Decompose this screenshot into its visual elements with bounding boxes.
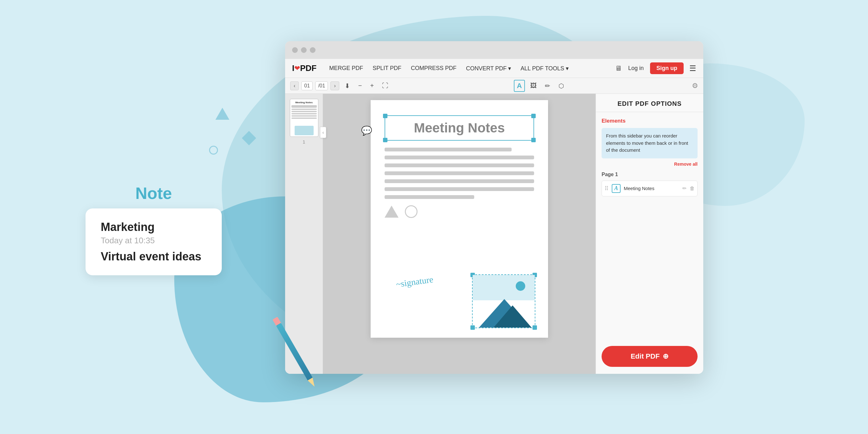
edit-sidebar-body: Elements From this sidebar you can reord… [596, 112, 703, 340]
text-tool-icon[interactable]: A [514, 80, 525, 92]
thumb-lines [291, 105, 317, 124]
pdf-content-lines [384, 148, 534, 199]
signup-button[interactable]: Sign up [650, 62, 684, 74]
pdf-page: Meeting Notes 💬 [371, 100, 548, 338]
comment-icon: 💬 [361, 125, 372, 136]
image-mountain-2 [494, 305, 532, 328]
selection-handle-tr[interactable] [531, 114, 536, 118]
dot-maximize[interactable] [310, 47, 315, 53]
remove-all-button[interactable]: Remove all [601, 161, 698, 167]
login-link[interactable]: Log in [625, 65, 647, 71]
sidebar-collapse-button[interactable]: ‹ [320, 127, 326, 138]
pdf-triangle-shape [384, 206, 399, 218]
deco-circle-icon [209, 146, 218, 155]
edit-pdf-sidebar: EDIT PDF OPTIONS Elements From this side… [595, 94, 703, 374]
pdf-line [384, 187, 534, 191]
edit-pdf-arrow-icon: ⊕ [663, 352, 669, 361]
pdf-page-thumbnail[interactable]: Meeting Notes [290, 99, 318, 137]
element-edit-icon[interactable]: ✏ [682, 185, 686, 191]
zoom-in-icon[interactable]: + [367, 81, 377, 91]
dot-close[interactable] [292, 47, 298, 53]
pdf-line [384, 148, 512, 151]
note-label: Note [86, 184, 222, 203]
window-dots [292, 47, 315, 53]
nav-convert-pdf[interactable]: CONVERT PDF ▾ [463, 65, 514, 72]
pdf-line [384, 172, 534, 175]
logo-heart-icon: ❤ [294, 64, 300, 72]
image-sky [473, 275, 535, 300]
pdf-circle-shape [405, 205, 417, 218]
note-card: Marketing Today at 10:35 Virtual event i… [86, 209, 222, 275]
thumb-line [291, 118, 317, 119]
pdf-heading-box[interactable]: Meeting Notes [384, 115, 534, 141]
thumb-page-number: 1 [303, 140, 305, 145]
edit-pdf-button-label: Edit PDF [631, 352, 660, 361]
browser-toolbar: ‹ 01 /01 › ⬇ − + ⛶ A 🖼 ✏ ⬡ ⚙ [285, 78, 703, 94]
element-row: ⠿ A Meeting Notes ✏ 🗑 [601, 181, 698, 196]
logo-pdf: PDF [300, 63, 316, 73]
pdf-signature: ~signature [395, 274, 434, 289]
thumb-line [291, 108, 317, 110]
pdf-document-area: Meeting Notes 💬 [323, 94, 595, 374]
pdf-line [384, 195, 474, 199]
pdf-shapes-row [384, 205, 534, 218]
shape-tool-icon[interactable]: ⬡ [556, 81, 567, 91]
nav-all-pdf-tools[interactable]: ALL PDF TOOLS ▾ [517, 65, 572, 72]
pdf-image-element[interactable] [472, 274, 535, 328]
browser-content: Meeting Notes 1 Meeting Notes [285, 94, 703, 374]
page-label: Page 1 [601, 172, 698, 177]
thumb-title-text: Meeting Notes [295, 101, 313, 104]
logo-i: I [292, 63, 294, 73]
settings-gear-icon[interactable]: ⚙ [692, 82, 698, 90]
pdf-line [384, 163, 534, 167]
pdf-thumbnail-sidebar: Meeting Notes 1 [285, 94, 323, 374]
note-card-time: Today at 10:35 [101, 236, 207, 246]
nav-split-pdf[interactable]: SPLIT PDF [369, 65, 405, 71]
edit-sidebar-header: EDIT PDF OPTIONS [596, 94, 703, 112]
thumb-line [291, 115, 317, 117]
pdf-image-inner [473, 275, 535, 328]
edit-sidebar-title: EDIT PDF OPTIONS [602, 100, 697, 107]
elements-info-box: From this sidebar you can reorder elemen… [601, 128, 698, 158]
next-page-button[interactable]: › [331, 82, 339, 90]
nav-merge-pdf[interactable]: MERGE PDF [326, 65, 366, 71]
element-type-icon: A [612, 184, 621, 193]
download-icon[interactable]: ⬇ [342, 81, 353, 91]
element-name-label: Meeting Notes [624, 186, 679, 191]
pdf-line [384, 156, 534, 159]
logo-area[interactable]: I ❤ PDF [292, 63, 316, 73]
browser-titlebar [285, 41, 703, 59]
pdf-heading-text: Meeting Notes [392, 120, 527, 135]
selection-handle-br[interactable] [531, 138, 536, 142]
elements-label: Elements [601, 118, 698, 124]
thumb-image-placeholder [294, 126, 314, 135]
page-current: 01 [301, 82, 313, 90]
fit-page-icon[interactable]: ⛶ [379, 81, 391, 91]
thumb-line [291, 113, 317, 114]
browser-window: I ❤ PDF MERGE PDF SPLIT PDF COMPRESS PDF… [285, 41, 703, 374]
dot-minimize[interactable] [301, 47, 307, 53]
pencil-tool-icon[interactable]: ✏ [542, 81, 553, 91]
page-total: /01 [315, 82, 328, 90]
note-card-content: Virtual event ideas [101, 250, 207, 263]
drag-handle-icon[interactable]: ⠿ [604, 185, 609, 192]
thumb-line [291, 105, 317, 108]
note-card-title: Marketing [101, 220, 207, 234]
prev-page-button[interactable]: ‹ [290, 82, 299, 90]
element-delete-icon[interactable]: 🗑 [690, 186, 695, 191]
monitor-icon[interactable]: 🖥 [615, 64, 622, 72]
edit-pdf-button[interactable]: Edit PDF ⊕ [601, 346, 698, 367]
pdf-line [384, 179, 534, 183]
note-card-container: Note Marketing Today at 10:35 Virtual ev… [86, 184, 222, 275]
browser-navbar: I ❤ PDF MERGE PDF SPLIT PDF COMPRESS PDF… [285, 59, 703, 78]
hamburger-menu-icon[interactable]: ☰ [689, 64, 696, 73]
zoom-out-icon[interactable]: − [355, 81, 365, 91]
image-sun [516, 281, 525, 291]
thumb-line [291, 111, 317, 112]
image-tool-icon[interactable]: 🖼 [527, 81, 539, 91]
nav-compress-pdf[interactable]: COMPRESS PDF [408, 65, 460, 71]
selection-handle-bl[interactable] [383, 138, 388, 142]
edit-pdf-btn-container: Edit PDF ⊕ [596, 340, 703, 374]
selection-handle-tl[interactable] [383, 114, 388, 118]
deco-triangle-icon [215, 108, 229, 120]
